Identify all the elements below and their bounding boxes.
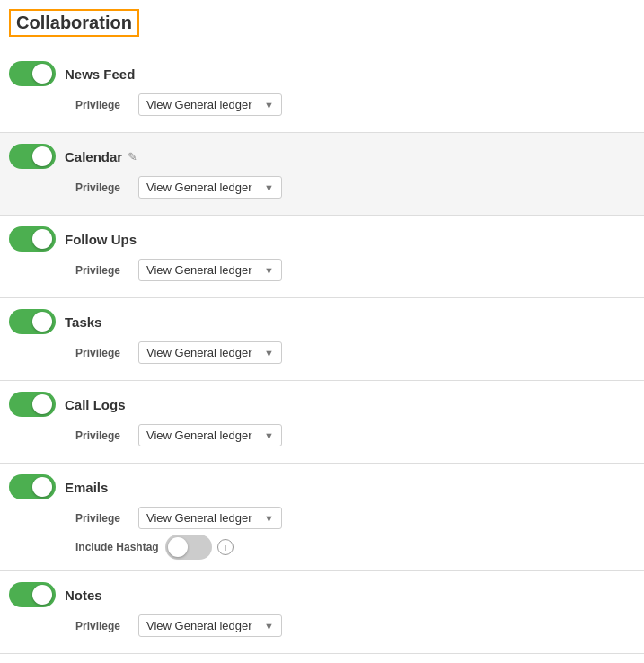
privilege-row-call-logs: PrivilegeView General ledger▼ bbox=[75, 424, 635, 446]
privilege-row-follow-ups: PrivilegeView General ledger▼ bbox=[75, 259, 635, 281]
toggle-emails[interactable] bbox=[9, 474, 56, 499]
hashtag-row-emails: Include Hashtagi bbox=[75, 535, 635, 560]
dropdown-arrow-calendar: ▼ bbox=[264, 182, 274, 193]
section-title-news-feed: News Feed bbox=[65, 66, 135, 82]
info-icon-emails[interactable]: i bbox=[217, 539, 234, 555]
section-header-notes: Notes bbox=[9, 582, 635, 607]
privilege-dropdown-tasks[interactable]: View General ledger▼ bbox=[138, 341, 282, 364]
section-documents: DocumentsPrivilegeView General ledger▼ bbox=[0, 654, 644, 663]
privilege-value-calendar: View General ledger bbox=[146, 181, 252, 194]
section-tasks: TasksPrivilegeView General ledger▼ bbox=[0, 298, 644, 381]
dropdown-arrow-notes: ▼ bbox=[264, 621, 274, 632]
dropdown-arrow-news-feed: ▼ bbox=[264, 100, 274, 110]
section-header-emails: Emails bbox=[9, 474, 635, 499]
privilege-label-emails: Privilege bbox=[75, 512, 138, 525]
section-notes: NotesPrivilegeView General ledger▼ bbox=[0, 571, 644, 654]
toggle-call-logs[interactable] bbox=[9, 392, 56, 417]
privilege-row-emails: PrivilegeView General ledger▼ bbox=[75, 507, 635, 529]
privilege-dropdown-calendar[interactable]: View General ledger▼ bbox=[138, 176, 282, 199]
section-title-tasks: Tasks bbox=[65, 314, 101, 330]
privilege-label-follow-ups: Privilege bbox=[75, 264, 138, 277]
toggle-news-feed[interactable] bbox=[9, 61, 56, 86]
dropdown-arrow-emails: ▼ bbox=[264, 513, 274, 524]
privilege-row-calendar: PrivilegeView General ledger▼ bbox=[75, 176, 635, 199]
privilege-value-news-feed: View General ledger bbox=[146, 98, 252, 111]
dropdown-arrow-call-logs: ▼ bbox=[264, 430, 274, 441]
toggle-calendar[interactable] bbox=[9, 144, 56, 169]
privilege-dropdown-news-feed[interactable]: View General ledger▼ bbox=[138, 93, 282, 116]
section-calendar: Calendar✎PrivilegeView General ledger▼ bbox=[0, 133, 644, 216]
privilege-value-emails: View General ledger bbox=[146, 511, 252, 525]
privilege-row-tasks: PrivilegeView General ledger▼ bbox=[75, 341, 635, 364]
privilege-dropdown-call-logs[interactable]: View General ledger▼ bbox=[138, 424, 282, 446]
edit-icon-calendar[interactable]: ✎ bbox=[128, 150, 137, 164]
section-header-follow-ups: Follow Ups bbox=[9, 226, 635, 252]
section-title-notes: Notes bbox=[65, 588, 102, 603]
privilege-label-tasks: Privilege bbox=[75, 347, 138, 359]
privilege-dropdown-emails[interactable]: View General ledger▼ bbox=[138, 507, 282, 529]
dropdown-arrow-follow-ups: ▼ bbox=[264, 265, 274, 276]
privilege-value-tasks: View General ledger bbox=[146, 346, 252, 359]
section-title-follow-ups: Follow Ups bbox=[65, 232, 137, 247]
section-title-emails: Emails bbox=[65, 480, 108, 495]
section-title-call-logs: Call Logs bbox=[65, 397, 126, 412]
section-header-calendar: Calendar✎ bbox=[9, 144, 635, 169]
dropdown-arrow-tasks: ▼ bbox=[264, 348, 274, 358]
privilege-value-call-logs: View General ledger bbox=[146, 429, 252, 442]
section-header-news-feed: News Feed bbox=[9, 61, 635, 86]
privilege-row-news-feed: PrivilegeView General ledger▼ bbox=[75, 93, 635, 116]
toggle-tasks[interactable] bbox=[9, 309, 56, 334]
privilege-dropdown-follow-ups[interactable]: View General ledger▼ bbox=[138, 259, 282, 281]
privilege-value-notes: View General ledger bbox=[146, 619, 252, 632]
privilege-label-call-logs: Privilege bbox=[75, 429, 138, 442]
privilege-dropdown-notes[interactable]: View General ledger▼ bbox=[138, 614, 282, 637]
toggle-follow-ups[interactable] bbox=[9, 226, 56, 252]
section-follow-ups: Follow UpsPrivilegeView General ledger▼ bbox=[0, 216, 644, 298]
privilege-label-calendar: Privilege bbox=[75, 181, 138, 194]
hashtag-toggle-emails[interactable] bbox=[165, 535, 212, 560]
hashtag-label-emails: Include Hashtag bbox=[75, 541, 165, 553]
section-title-calendar: Calendar bbox=[65, 149, 122, 164]
privilege-row-notes: PrivilegeView General ledger▼ bbox=[75, 614, 635, 637]
section-emails: EmailsPrivilegeView General ledger▼Inclu… bbox=[0, 464, 644, 571]
privilege-label-notes: Privilege bbox=[75, 620, 138, 632]
privilege-value-follow-ups: View General ledger bbox=[146, 263, 252, 277]
section-header-tasks: Tasks bbox=[9, 309, 635, 334]
section-news-feed: News FeedPrivilegeView General ledger▼ bbox=[0, 50, 644, 133]
privilege-label-news-feed: Privilege bbox=[75, 99, 138, 111]
section-header-call-logs: Call Logs bbox=[9, 392, 635, 417]
section-call-logs: Call LogsPrivilegeView General ledger▼ bbox=[0, 381, 644, 464]
toggle-notes[interactable] bbox=[9, 582, 56, 607]
page-title: Collaboration bbox=[9, 9, 139, 37]
